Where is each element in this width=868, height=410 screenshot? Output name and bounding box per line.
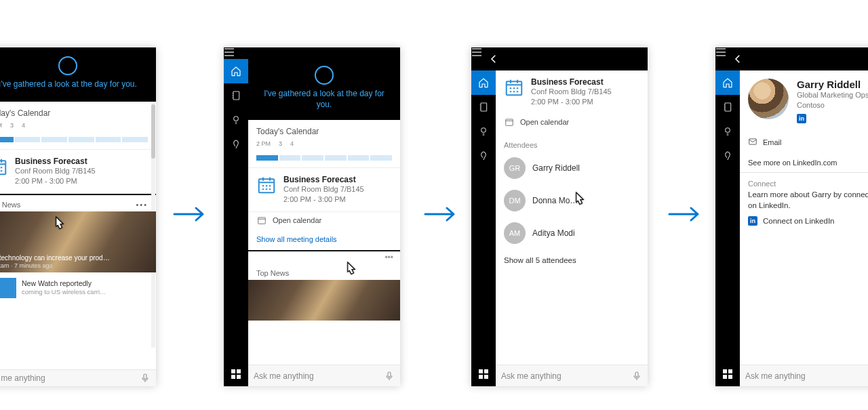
nav-rail	[471, 70, 496, 386]
nav-cortana[interactable]	[715, 144, 740, 168]
cortana-greeting: I've gathered a look at the day for you.	[0, 79, 137, 90]
nav-insights[interactable]	[224, 108, 248, 132]
attendees-label: Attendees	[496, 134, 648, 152]
svg-rect-5	[237, 369, 241, 373]
nav-notebook[interactable]	[715, 95, 740, 119]
connect-on-linkedin-link[interactable]: in Connect on LinkedIn	[740, 215, 868, 234]
hamburger-icon[interactable]	[224, 47, 235, 59]
news-second-sub: coming to US wireless carri…	[22, 288, 106, 296]
meeting-card[interactable]: Business Forecast Conf Room Bldg 7/B145 …	[0, 150, 156, 194]
meeting-header: Business Forecast Conf Room Bldg 7/B145 …	[496, 70, 648, 114]
see-more-linkedin-link[interactable]: See more on LinkedIn.com	[740, 153, 868, 172]
flow-arrow-2	[424, 203, 462, 225]
calendar-icon	[0, 157, 8, 177]
hamburger-icon[interactable]	[715, 47, 726, 70]
profile-title: Global Marketing Ops |	[797, 90, 868, 100]
calendar-open-icon	[256, 215, 267, 226]
svg-rect-13	[479, 369, 483, 373]
nav-home[interactable]	[715, 70, 740, 95]
show-all-attendees-link[interactable]: Show all 5 attendees	[496, 249, 648, 271]
ask-bar[interactable]: Ask me anything	[496, 365, 648, 386]
todays-calendar-card[interactable]: Today's Calendar 2 PM 3 4	[248, 120, 400, 168]
todays-calendar-card[interactable]: Today's Calendar 2 PM 3 4	[0, 102, 156, 150]
nav-notebook[interactable]	[224, 83, 248, 108]
email-link[interactable]: Email	[740, 131, 868, 153]
microphone-icon[interactable]	[384, 371, 395, 382]
meeting-location: Conf Room Bldg 7/B145	[15, 166, 96, 176]
microphone-icon[interactable]	[631, 371, 642, 382]
start-button[interactable]	[715, 362, 740, 386]
profile-header: Garry Riddell Global Marketing Ops | Con…	[740, 70, 868, 131]
more-icon[interactable]: •••	[248, 251, 400, 264]
news-second-title: New Watch reportedly	[22, 279, 106, 288]
calendar-timeline	[0, 130, 148, 142]
linkedin-badge-icon: in	[748, 216, 757, 226]
nav-home[interactable]	[471, 70, 496, 95]
svg-rect-11	[481, 103, 487, 111]
avatar: GR	[504, 157, 526, 179]
nav-cortana[interactable]	[471, 144, 496, 168]
nav-cortana[interactable]	[224, 132, 248, 157]
meeting-card[interactable]: Business Forecast Conf Room Bldg 7/B145 …	[248, 168, 400, 212]
cortana-header: I've gathered a look at the day for you.	[0, 47, 156, 102]
calendar-open-icon	[504, 117, 515, 127]
news-hero[interactable]	[248, 280, 400, 321]
svg-rect-10	[388, 372, 391, 377]
news-thumb	[0, 278, 16, 298]
ask-bar[interactable]: Ask me anything	[740, 365, 868, 386]
news-section-label: Top News	[0, 201, 20, 209]
news-hero[interactable]: How technology can increase your prod… F…	[0, 211, 156, 272]
calendar-icon	[256, 175, 277, 195]
attendee-row[interactable]: GR Garry Riddell	[496, 152, 648, 184]
nav-notebook[interactable]	[471, 95, 496, 119]
flow-arrow-1	[173, 203, 211, 225]
attendee-row[interactable]: DM Donna Mo…	[496, 184, 648, 217]
svg-point-3	[234, 117, 239, 121]
open-calendar-link[interactable]: Open calendar	[248, 212, 400, 232]
nav-insights[interactable]	[471, 119, 496, 144]
meeting-title: Business Forecast	[15, 157, 96, 166]
panel-home-expanded: I've gathered a look at the day for you.…	[224, 47, 400, 386]
back-button[interactable]	[726, 47, 868, 70]
svg-rect-18	[506, 119, 513, 125]
svg-rect-23	[728, 369, 732, 373]
profile-name: Garry Riddell	[797, 79, 868, 90]
more-icon[interactable]: •••	[136, 201, 148, 209]
cortana-ring-icon	[315, 66, 334, 85]
svg-rect-24	[723, 375, 727, 379]
flow-arrow-3	[668, 203, 706, 225]
start-button[interactable]	[224, 362, 248, 386]
todays-calendar-title: Today's Calendar	[0, 108, 148, 118]
news-row[interactable]: New Watch reportedly coming to US wirele…	[0, 272, 156, 304]
nav-rail	[715, 70, 740, 386]
svg-point-12	[481, 128, 486, 133]
ask-bar[interactable]: Ask me anything	[248, 365, 400, 386]
start-button[interactable]	[471, 362, 496, 386]
nav-rail	[224, 59, 248, 386]
svg-rect-6	[231, 375, 235, 379]
svg-rect-4	[231, 369, 235, 373]
show-all-meeting-details-link[interactable]: Show all meeting details	[248, 232, 400, 250]
svg-rect-20	[725, 103, 731, 111]
panel-attendees: Business Forecast Conf Room Bldg 7/B145 …	[471, 47, 648, 386]
svg-rect-2	[233, 91, 239, 100]
connect-label: Connect	[740, 173, 868, 189]
ask-placeholder: Ask me anything	[0, 373, 45, 383]
ask-bar[interactable]: Ask me anything	[0, 369, 156, 386]
svg-rect-26	[749, 139, 757, 144]
nav-home[interactable]	[224, 59, 248, 83]
hamburger-icon[interactable]	[471, 47, 482, 70]
open-calendar-link[interactable]: Open calendar	[496, 114, 648, 134]
news-headline: How technology can increase your prod…	[0, 254, 152, 262]
nav-insights[interactable]	[715, 119, 740, 144]
panel-profile: Garry Riddell Global Marketing Ops | Con…	[715, 47, 868, 386]
svg-rect-14	[484, 369, 488, 373]
svg-rect-25	[728, 375, 732, 379]
avatar: AM	[504, 222, 526, 244]
attendee-row[interactable]: AM Aditya Modi	[496, 217, 648, 249]
connect-text: Learn more about Garry by connecting on …	[740, 189, 868, 215]
svg-rect-9	[258, 218, 266, 224]
back-button[interactable]	[482, 47, 648, 70]
panel-home: I've gathered a look at the day for you.…	[0, 47, 156, 386]
microphone-icon[interactable]	[140, 373, 151, 384]
